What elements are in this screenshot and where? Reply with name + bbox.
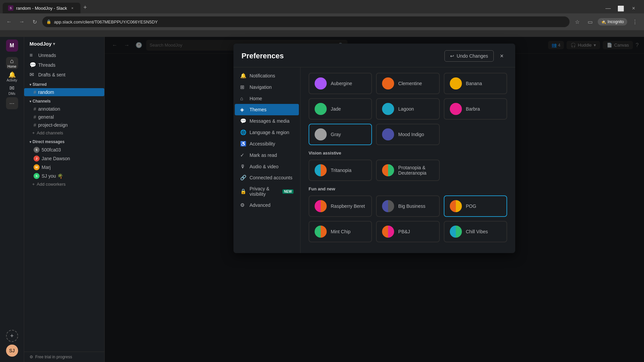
tab-close-button[interactable]: × [70,5,75,11]
theme-mood_indigo[interactable]: Mood Indigo [376,124,439,145]
dm-section-header[interactable]: ▾ Direct messages [24,137,104,145]
channel-project-design[interactable]: # project-design [24,121,104,129]
activity-icon-btn[interactable]: 🔔 Activity [6,70,18,82]
pref-messages[interactable]: 💬 Messages & media [235,115,299,127]
user-avatar[interactable]: SJ [6,345,18,357]
add-workspace-button[interactable]: + [6,330,18,342]
pref-mark-as-read[interactable]: ✓ Mark as read [235,149,299,161]
add-coworkers-button[interactable]: + Add coworkers [24,180,104,188]
dm-label-text: SJ you 🌴 [42,173,63,179]
dm-icon-btn[interactable]: ✉ DMs [6,84,18,96]
theme-barbra[interactable]: Barbra [444,98,507,120]
new-tab-button[interactable]: + [80,3,90,12]
dm-sj[interactable]: S SJ you 🌴 [24,172,104,180]
theme-big_business[interactable]: Big Business [376,195,439,217]
close-modal-button[interactable]: × [496,51,507,61]
window-close-button[interactable]: × [629,3,639,13]
reload-button[interactable]: ↻ [30,17,40,27]
dm-marj[interactable]: M Marj [24,163,104,172]
starred-channel-label: random [38,89,54,95]
undo-icon: ↩ [450,53,454,59]
theme-aubergine[interactable]: Aubergine [309,73,372,94]
vision-assistive-label: Vision assistive [309,150,507,156]
privacy-label: Privacy & visibility [250,186,279,197]
main-content: ← → 🕐 Search MoodJoy 🔍 👥 4 🎧 Huddle ▾ 📄 [105,37,644,362]
home-icon-btn[interactable]: ⌂ Home [6,57,18,69]
theme-jade[interactable]: Jade [309,98,372,120]
nav-unreads[interactable]: ≡ Unreads [24,51,104,60]
theme-pbj[interactable]: PB&J [376,221,439,242]
workspace-name-button[interactable]: MoodJoy ▾ [30,41,55,47]
theme-tritanopia[interactable]: Tritanopia [309,160,372,181]
navigation-label: Navigation [250,84,272,90]
nav-threads[interactable]: 💬 Threads [24,60,104,70]
add-channels-button[interactable]: + Add channels [24,129,104,137]
nav-drafts[interactable]: ✉ Drafts & sent [24,70,104,79]
pref-home[interactable]: ⌂ Home [235,93,299,104]
pref-themes[interactable]: ◈ Themes [235,104,299,115]
pref-privacy[interactable]: 🔒 Privacy & visibility NEW [235,183,299,199]
undo-changes-button[interactable]: ↩ Undo Changes [444,50,494,62]
channel-label: project-design [38,122,68,128]
channel-general[interactable]: # general [24,113,104,121]
theme-label: Barbra [466,106,480,112]
incognito-icon: 🕵 [601,19,606,24]
theme-chill_vibes[interactable]: Chill Vibes [444,221,507,242]
dm-jane[interactable]: J Jane Dawson [24,154,104,163]
starred-section-header[interactable]: ▾ Starred [24,79,104,88]
theme-swatch [315,226,327,238]
theme-clementine[interactable]: Clementine [376,73,439,94]
theme-gray[interactable]: Gray [309,124,372,145]
free-trial-banner[interactable]: ⚙ Free trial in progress [24,352,104,362]
theme-raspberry_beret[interactable]: Raspberry Beret [309,195,372,217]
free-trial-icon: ⚙ [30,355,33,359]
preferences-modal: Preferences ↩ Undo Changes × 🔔 [233,44,515,253]
theme-swatch [315,128,327,140]
active-tab[interactable]: S random - MoodJoy - Slack × [3,3,80,13]
modal-header-actions: ↩ Undo Changes × [444,50,507,62]
hash-icon: # [34,114,36,120]
pref-notifications[interactable]: 🔔 Notifications [235,70,299,81]
bookmark-star-icon[interactable]: ☆ [572,17,582,27]
maximize-button[interactable]: ⬜ [616,3,626,13]
channel-label: annotation [38,106,60,112]
pref-language[interactable]: 🌐 Language & region [235,127,299,138]
theme-banana[interactable]: Banana [444,73,507,94]
hash-icon: # [34,89,36,95]
theme-swatch [315,103,327,115]
back-button[interactable]: ← [4,17,14,27]
pref-advanced[interactable]: ⚙ Advanced [235,199,299,211]
forward-button[interactable]: → [17,17,27,27]
pref-audio-video[interactable]: 🎙 Audio & video [235,161,299,172]
unreads-label: Unreads [38,53,56,58]
home-icon: ⌂ [10,58,14,65]
starred-random-channel[interactable]: # random [24,88,104,96]
pref-connected-accounts[interactable]: 🔗 Connected accounts [235,172,299,183]
workspace-avatar[interactable]: M [6,40,18,52]
theme-pog[interactable]: POG [444,195,507,217]
url-bar[interactable]: 🔒 app.slack.com/client/T067MEBPPUY/C066Y… [42,16,570,27]
theme-label: Clementine [398,81,422,86]
more-icon-btn[interactable]: ··· [6,97,18,109]
dm-avatar: 5 [34,147,40,153]
messages-icon: 💬 [240,118,246,124]
menu-icon[interactable]: ⋮ [630,17,640,27]
channels-section-header[interactable]: ▾ Channels [24,96,104,105]
dm-500fca03[interactable]: 5 500fca03 [24,145,104,154]
theme-label: Mint Chip [331,229,351,234]
minimize-button[interactable]: — [603,3,613,13]
theme-lagoon[interactable]: Lagoon [376,98,439,120]
dm-label-text: 500fca03 [42,147,61,153]
modal-overlay[interactable]: Preferences ↩ Undo Changes × 🔔 [105,37,644,362]
theme-protanopia[interactable]: Protanopia & Deuteranopia [376,160,439,181]
dm-label-text: Marj [42,165,51,170]
advanced-icon: ⚙ [240,202,246,208]
pref-accessibility[interactable]: ♿ Accessibility [235,138,299,149]
standard-themes-grid: Aubergine Clementine Banana Jade Lagoon … [309,73,507,145]
pref-navigation[interactable]: ⊞ Navigation [235,81,299,93]
cast-icon[interactable]: ▭ [585,17,595,27]
themes-icon: ◈ [240,107,246,113]
theme-mint_chip[interactable]: Mint Chip [309,221,372,242]
workspace-name-text: MoodJoy [30,41,52,47]
channel-annotation[interactable]: # annotation [24,105,104,113]
